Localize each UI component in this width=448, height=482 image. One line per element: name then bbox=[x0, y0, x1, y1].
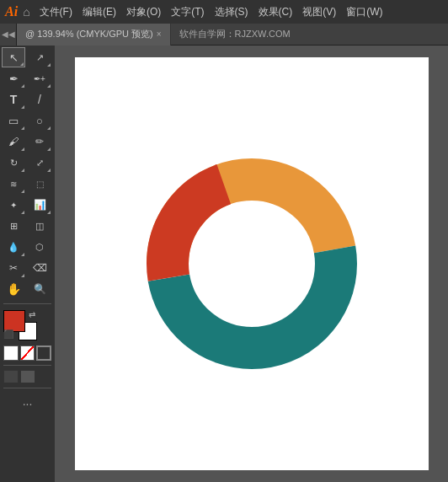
menu-bar: 文件(F) 编辑(E) 对象(O) 文字(T) 选择(S) 效果(C) 视图(V… bbox=[35, 3, 387, 21]
stroke-row bbox=[0, 344, 55, 362]
gradient-tool[interactable]: ◫ bbox=[28, 216, 51, 236]
color-section: ⇄ ⬛ bbox=[0, 307, 55, 344]
stroke-icon[interactable] bbox=[36, 345, 51, 361]
symbol-tool[interactable]: ✦ bbox=[2, 195, 25, 215]
canvas-area bbox=[55, 46, 448, 482]
hand-tool[interactable]: ✋ bbox=[2, 279, 25, 299]
reset-colors-icon[interactable]: ⬛ bbox=[3, 329, 13, 339]
type-tool[interactable]: T bbox=[2, 89, 25, 110]
tab-website-label: 软件自学网：RJZXW.COM bbox=[171, 28, 299, 40]
donut-chart bbox=[125, 137, 378, 390]
stroke-color-box[interactable] bbox=[3, 345, 19, 361]
graph-tool[interactable]: 📊 bbox=[28, 195, 51, 215]
menu-effect[interactable]: 效果(C) bbox=[254, 3, 297, 21]
none-swatch[interactable] bbox=[20, 345, 35, 361]
selection-tool[interactable]: ↖ bbox=[2, 47, 25, 67]
tab-close-button[interactable]: × bbox=[157, 29, 162, 39]
more-tools-button[interactable]: ... bbox=[0, 391, 55, 411]
menu-select[interactable]: 选择(S) bbox=[211, 3, 253, 21]
menu-object[interactable]: 对象(O) bbox=[122, 3, 165, 21]
menu-window[interactable]: 窗口(W) bbox=[342, 3, 387, 21]
title-bar: Ai ⌂ 文件(F) 编辑(E) 对象(O) 文字(T) 选择(S) 效果(C)… bbox=[0, 0, 448, 24]
scale-tool[interactable]: ⤢ bbox=[28, 153, 51, 173]
rect-tool[interactable]: ▭ bbox=[2, 110, 25, 131]
warp-tool[interactable]: ≋ bbox=[2, 174, 25, 194]
pencil-tool[interactable]: ✏ bbox=[28, 131, 51, 152]
ellipse-tool[interactable]: ○ bbox=[28, 110, 51, 131]
direct-selection-tool[interactable]: ↗ bbox=[28, 47, 51, 67]
eyedropper-tool[interactable]: 💧 bbox=[2, 237, 25, 257]
active-tab[interactable]: @ 139.94% (CMYK/GPU 预览) × bbox=[17, 24, 171, 46]
add-anchor-tool[interactable]: ✒+ bbox=[28, 68, 51, 88]
pen-tool[interactable]: ✒ bbox=[2, 68, 25, 88]
line-tool[interactable]: / bbox=[28, 89, 51, 110]
tool-divider-3 bbox=[3, 388, 51, 388]
menu-file[interactable]: 文件(F) bbox=[35, 3, 77, 21]
tab-label: @ 139.94% (CMYK/GPU 预览) bbox=[25, 28, 153, 40]
panel-toggle[interactable]: ◀◀ bbox=[0, 24, 17, 46]
tool-divider-2 bbox=[3, 365, 51, 366]
toolbar: ↖ ↗ ✒ ✒+ T / ▭ ○ 🖌 ✏ ↻ ⤢ ≋ ⬚ ✦ 📊 ⊞ ◫ bbox=[0, 46, 55, 482]
screen-mode-button[interactable] bbox=[20, 370, 35, 383]
paintbrush-tool[interactable]: 🖌 bbox=[2, 131, 25, 152]
tool-divider-1 bbox=[3, 303, 51, 304]
blend-tool[interactable]: ⬡ bbox=[28, 237, 51, 257]
menu-edit[interactable]: 编辑(E) bbox=[78, 3, 120, 21]
tool-grid: ↖ ↗ ✒ ✒+ T / ▭ ○ 🖌 ✏ ↻ ⤢ ≋ ⬚ ✦ 📊 ⊞ ◫ bbox=[0, 46, 55, 301]
toolbar-bottom bbox=[0, 368, 55, 385]
zoom-tool[interactable]: 🔍 bbox=[28, 279, 51, 299]
color-boxes: ⇄ ⬛ bbox=[3, 310, 37, 340]
mesh-tool[interactable]: ⊞ bbox=[2, 216, 25, 236]
eraser-tool[interactable]: ⌫ bbox=[28, 258, 51, 278]
draw-mode-button[interactable] bbox=[3, 370, 19, 383]
rotate-tool[interactable]: ↻ bbox=[2, 153, 25, 173]
swap-colors-icon[interactable]: ⇄ bbox=[29, 310, 35, 319]
canvas-document bbox=[75, 57, 429, 470]
menu-type[interactable]: 文字(T) bbox=[167, 3, 208, 21]
home-icon[interactable]: ⌂ bbox=[23, 5, 29, 19]
app-logo: Ai bbox=[5, 4, 18, 19]
tab-bar: ◀◀ @ 139.94% (CMYK/GPU 预览) × 软件自学网：RJZXW… bbox=[0, 24, 448, 46]
menu-view[interactable]: 视图(V) bbox=[298, 3, 340, 21]
scissors-tool[interactable]: ✂ bbox=[2, 258, 25, 278]
main-area: ↖ ↗ ✒ ✒+ T / ▭ ○ 🖌 ✏ ↻ ⤢ ≋ ⬚ ✦ 📊 ⊞ ◫ bbox=[0, 46, 448, 482]
free-transform-tool[interactable]: ⬚ bbox=[28, 174, 51, 194]
donut-svg bbox=[125, 137, 378, 390]
